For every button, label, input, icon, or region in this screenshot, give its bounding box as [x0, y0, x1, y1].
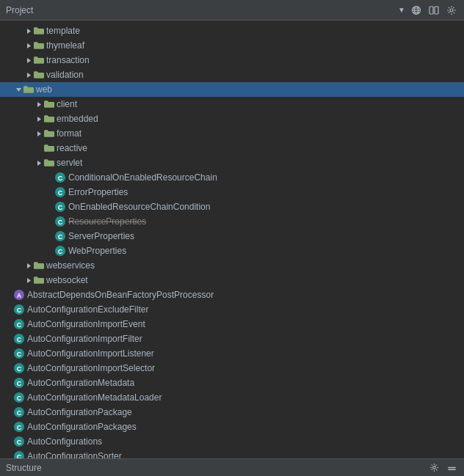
gear-icon[interactable]: [445, 4, 458, 17]
svg-point-7: [450, 9, 453, 12]
tree-item[interactable]: C AutoConfigurationExcludeFilter: [0, 302, 464, 317]
item-label: template: [46, 26, 80, 36]
tree-item[interactable]: web: [0, 82, 464, 97]
bottom-gear-icon[interactable]: [427, 461, 441, 475]
panel-header: Project ▼: [0, 0, 464, 21]
folder-icon: [34, 41, 44, 50]
panel-dropdown-arrow[interactable]: ▼: [396, 5, 407, 15]
class-icon: C: [13, 304, 25, 315]
item-label: servlet: [57, 158, 82, 168]
item-label: reactive: [57, 143, 87, 153]
item-label: AutoConfigurationImportSelector: [27, 363, 155, 373]
tree-item[interactable]: webservices: [0, 258, 464, 273]
tree-item[interactable]: A AbstractDependsOnBeanFactoryPostProces…: [0, 288, 464, 302]
structure-label: Structure: [6, 463, 427, 473]
svg-marker-14: [37, 117, 41, 122]
tree-item[interactable]: transaction: [0, 53, 464, 67]
globe-icon[interactable]: [410, 4, 423, 17]
tree-item[interactable]: C AutoConfigurationImportSelector: [0, 361, 464, 376]
svg-text:C: C: [58, 204, 63, 211]
svg-text:C: C: [17, 380, 22, 387]
class-icon: C: [54, 245, 66, 257]
class-icon: C: [13, 318, 25, 330]
svg-marker-13: [37, 102, 41, 107]
bottom-minimize-icon[interactable]: [445, 461, 458, 475]
tree-item[interactable]: C OnEnabledResourceChainCondition: [0, 199, 464, 214]
tree-item[interactable]: servlet: [0, 155, 464, 170]
item-label: ErrorProperties: [68, 187, 128, 197]
tree-item[interactable]: C AutoConfigurationPackage: [0, 405, 464, 420]
svg-text:A: A: [17, 292, 22, 299]
class-icon: C: [54, 201, 66, 213]
tree-item[interactable]: C AutoConfigurations: [0, 434, 464, 449]
svg-text:C: C: [58, 248, 63, 255]
svg-text:C: C: [58, 175, 63, 182]
svg-marker-12: [16, 88, 21, 92]
tree-item[interactable]: C AutoConfigurationPackages: [0, 420, 464, 434]
tree-item[interactable]: C AutoConfigurationImportEvent: [0, 317, 464, 332]
item-label: ConditionalOnEnabledResourceChain: [68, 172, 217, 183]
folder-icon: [34, 261, 44, 270]
folder-icon: [44, 100, 54, 109]
item-label: AutoConfigurationPackages: [27, 422, 137, 432]
tree-item[interactable]: client: [0, 97, 464, 111]
item-label: websocket: [46, 275, 88, 285]
class-icon: C: [13, 377, 25, 389]
item-label: WebProperties: [68, 246, 126, 256]
tree-item[interactable]: validation: [0, 67, 464, 82]
tree-item[interactable]: websocket: [0, 273, 464, 288]
item-label: format: [57, 128, 81, 139]
bottom-icons: [427, 461, 458, 475]
item-label: AutoConfigurationPackage: [27, 407, 132, 417]
item-label: AutoConfigurationImportFilter: [27, 334, 142, 344]
folder-icon: [34, 70, 44, 79]
item-label: validation: [46, 70, 84, 80]
class-icon: C: [13, 333, 25, 345]
item-label: ResourceProperties: [68, 216, 146, 227]
item-label: ServerProperties: [68, 231, 134, 241]
item-label: thymeleaf: [46, 40, 84, 51]
tree-item[interactable]: C WebProperties: [0, 244, 464, 258]
item-label: embedded: [57, 114, 98, 124]
svg-point-55: [432, 466, 435, 469]
item-label: AutoConfigurationSorter: [27, 451, 122, 458]
item-label: AutoConfigurationImportListener: [27, 348, 154, 359]
class-icon: C: [54, 230, 66, 242]
tree-item[interactable]: C AutoConfigurationImportFilter: [0, 332, 464, 346]
svg-marker-30: [27, 278, 31, 283]
tree-item[interactable]: C ServerProperties: [0, 229, 464, 244]
tree-item[interactable]: reactive: [0, 141, 464, 155]
item-label: web: [36, 84, 52, 95]
class-icon: C: [54, 172, 66, 183]
class-icon: C: [54, 186, 66, 198]
class-icon: C: [13, 362, 25, 374]
svg-text:C: C: [58, 233, 63, 241]
item-label: AutoConfigurationMetadataLoader: [27, 392, 162, 403]
tree-item[interactable]: C ResourceProperties: [0, 214, 464, 229]
tree-item[interactable]: C AutoConfigurationMetadata: [0, 376, 464, 390]
tree-item[interactable]: C ConditionalOnEnabledResourceChain: [0, 170, 464, 185]
tree-item[interactable]: format: [0, 126, 464, 141]
tree-item[interactable]: C ErrorProperties: [0, 185, 464, 199]
svg-marker-15: [37, 131, 41, 136]
svg-marker-8: [27, 29, 31, 34]
svg-text:C: C: [58, 219, 63, 226]
tree-item[interactable]: C AutoConfigurationMetadataLoader: [0, 390, 464, 405]
folder-icon: [34, 56, 44, 65]
tree-item[interactable]: embedded: [0, 111, 464, 126]
split-icon[interactable]: [427, 4, 441, 17]
tree-item[interactable]: C AutoConfigurationSorter: [0, 449, 464, 458]
svg-marker-9: [27, 43, 31, 48]
svg-text:C: C: [17, 321, 22, 329]
svg-text:C: C: [17, 424, 22, 431]
class-icon: C: [13, 406, 25, 418]
folder-icon: [34, 276, 44, 285]
tree-item[interactable]: C AutoConfigurationImportListener: [0, 346, 464, 361]
tree-item[interactable]: thymeleaf: [0, 38, 464, 53]
folder-icon: [34, 26, 44, 35]
item-label: transaction: [46, 55, 90, 65]
class-icon: C: [13, 392, 25, 403]
project-tree[interactable]: template thymeleaf transaction validatio…: [0, 21, 464, 458]
tree-item[interactable]: template: [0, 23, 464, 38]
svg-text:C: C: [17, 365, 22, 373]
